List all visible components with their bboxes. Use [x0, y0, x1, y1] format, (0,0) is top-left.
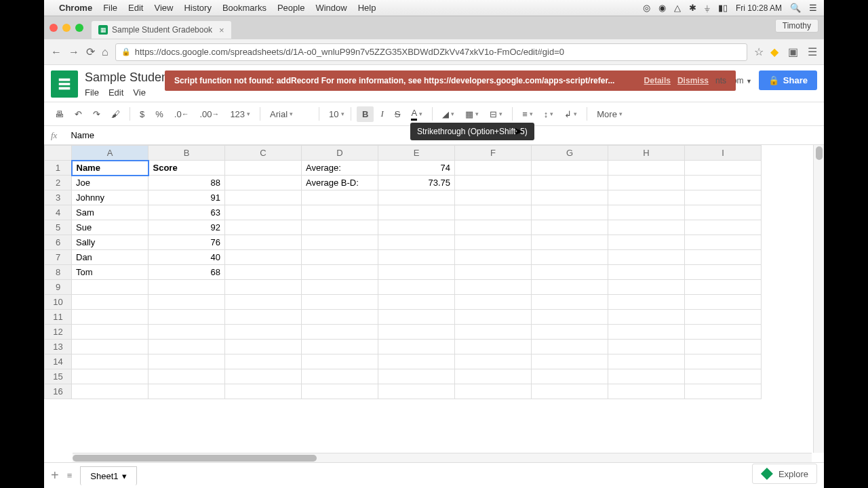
- home-button[interactable]: ⌂: [102, 46, 108, 58]
- cell-G6[interactable]: [532, 235, 608, 250]
- drive-ext-icon[interactable]: ◆: [770, 45, 778, 58]
- profile-button[interactable]: Timothy: [775, 19, 818, 33]
- mac-menu-history[interactable]: History: [184, 3, 211, 13]
- cell-D3[interactable]: [302, 190, 378, 205]
- cell-G2[interactable]: [532, 176, 608, 190]
- cell-C14[interactable]: [225, 354, 302, 369]
- h-align-icon[interactable]: ≡▾: [518, 106, 537, 122]
- cell-D5[interactable]: [302, 220, 378, 235]
- cc-icon[interactable]: ◎: [643, 3, 650, 13]
- borders-icon[interactable]: ▦▾: [461, 106, 483, 122]
- cell-H4[interactable]: [608, 205, 685, 220]
- undo-icon[interactable]: ↶: [71, 106, 86, 122]
- cell-H1[interactable]: [608, 161, 685, 176]
- cell-D6[interactable]: [302, 235, 378, 250]
- cell-C7[interactable]: [225, 250, 302, 265]
- cell-I16[interactable]: [685, 384, 762, 399]
- merge-icon[interactable]: ⊟▾: [486, 106, 507, 122]
- cell-C13[interactable]: [225, 340, 302, 354]
- browser-tab[interactable]: ▦ Sample Student Gradebook ×: [92, 21, 231, 39]
- cell-E5[interactable]: [378, 220, 455, 235]
- bold-button[interactable]: B: [357, 106, 374, 122]
- cell-D12[interactable]: [302, 325, 378, 340]
- cell-G9[interactable]: [532, 280, 608, 295]
- row-header-9[interactable]: 9: [45, 280, 72, 295]
- cell-E15[interactable]: [378, 369, 455, 384]
- cell-D9[interactable]: [302, 280, 378, 295]
- cell-F2[interactable]: [455, 176, 532, 190]
- explore-button[interactable]: Explore: [752, 464, 817, 484]
- row-header-14[interactable]: 14: [45, 354, 72, 369]
- cell-H11[interactable]: [608, 310, 685, 325]
- cell-B10[interactable]: [149, 295, 225, 310]
- select-all-corner[interactable]: [45, 146, 72, 161]
- cell-G13[interactable]: [532, 340, 608, 354]
- cell-G14[interactable]: [532, 354, 608, 369]
- hamburger-icon[interactable]: ☰: [808, 45, 817, 58]
- window-zoom-button[interactable]: [75, 24, 83, 32]
- cell-D2[interactable]: Average B-D:: [302, 176, 378, 190]
- col-header-F[interactable]: F: [455, 146, 532, 161]
- cell-G4[interactable]: [532, 205, 608, 220]
- number-format-button[interactable]: 123▾: [226, 106, 254, 122]
- col-header-G[interactable]: G: [532, 146, 608, 161]
- sheets-logo-icon[interactable]: [51, 70, 78, 98]
- forward-button[interactable]: →: [68, 46, 79, 58]
- cell-B4[interactable]: 63: [149, 205, 225, 220]
- col-header-E[interactable]: E: [378, 146, 455, 161]
- cell-C4[interactable]: [225, 205, 302, 220]
- row-header-13[interactable]: 13: [45, 340, 72, 354]
- cell-C9[interactable]: [225, 280, 302, 295]
- cell-A7[interactable]: Dan: [72, 250, 149, 265]
- cell-E10[interactable]: [378, 295, 455, 310]
- cell-H3[interactable]: [608, 190, 685, 205]
- cell-B9[interactable]: [149, 280, 225, 295]
- cell-E14[interactable]: [378, 354, 455, 369]
- row-header-1[interactable]: 1: [45, 161, 72, 176]
- cell-G15[interactable]: [532, 369, 608, 384]
- reload-button[interactable]: ⟳: [86, 45, 95, 58]
- cell-C11[interactable]: [225, 310, 302, 325]
- share-button[interactable]: 🔒 Share: [759, 70, 817, 90]
- cell-A10[interactable]: [72, 295, 149, 310]
- cell-B6[interactable]: 76: [149, 235, 225, 250]
- window-minimize-button[interactable]: [62, 24, 71, 32]
- cell-B11[interactable]: [149, 310, 225, 325]
- add-sheet-icon[interactable]: +: [51, 468, 59, 483]
- cell-C3[interactable]: [225, 190, 302, 205]
- mac-menu-people[interactable]: People: [277, 3, 304, 13]
- cell-D14[interactable]: [302, 354, 378, 369]
- cell-H6[interactable]: [608, 235, 685, 250]
- increase-decimal-button[interactable]: .00→: [195, 106, 223, 122]
- italic-button[interactable]: I: [376, 106, 387, 122]
- horizontal-scrollbar[interactable]: [73, 453, 812, 462]
- cell-F7[interactable]: [455, 250, 532, 265]
- row-header-11[interactable]: 11: [45, 310, 72, 325]
- cell-F9[interactable]: [455, 280, 532, 295]
- row-header-5[interactable]: 5: [45, 220, 72, 235]
- cell-B3[interactable]: 91: [149, 190, 225, 205]
- mac-menu-edit[interactable]: Edit: [128, 3, 143, 13]
- url-input[interactable]: 🔒 https://docs.google.com/spreadsheets/d…: [115, 43, 747, 61]
- mac-menu-view[interactable]: View: [154, 3, 173, 13]
- window-close-button[interactable]: [50, 24, 58, 32]
- row-header-8[interactable]: 8: [45, 265, 72, 280]
- cell-F11[interactable]: [455, 310, 532, 325]
- redo-icon[interactable]: ↷: [89, 106, 104, 122]
- star-icon[interactable]: ☆: [754, 45, 764, 58]
- currency-button[interactable]: $: [136, 106, 149, 122]
- cell-B15[interactable]: [149, 369, 225, 384]
- cell-F5[interactable]: [455, 220, 532, 235]
- cell-B1[interactable]: Score: [149, 161, 225, 176]
- cell-G7[interactable]: [532, 250, 608, 265]
- cell-A8[interactable]: Tom: [72, 265, 149, 280]
- cell-A9[interactable]: [72, 280, 149, 295]
- cell-E1[interactable]: 74: [378, 161, 455, 176]
- wrap-icon[interactable]: ↲▾: [560, 106, 581, 122]
- cell-F16[interactable]: [455, 384, 532, 399]
- cell-B12[interactable]: [149, 325, 225, 340]
- cell-C15[interactable]: [225, 369, 302, 384]
- cell-B13[interactable]: [149, 340, 225, 354]
- all-sheets-icon[interactable]: ≡: [67, 470, 73, 481]
- col-header-B[interactable]: B: [149, 146, 225, 161]
